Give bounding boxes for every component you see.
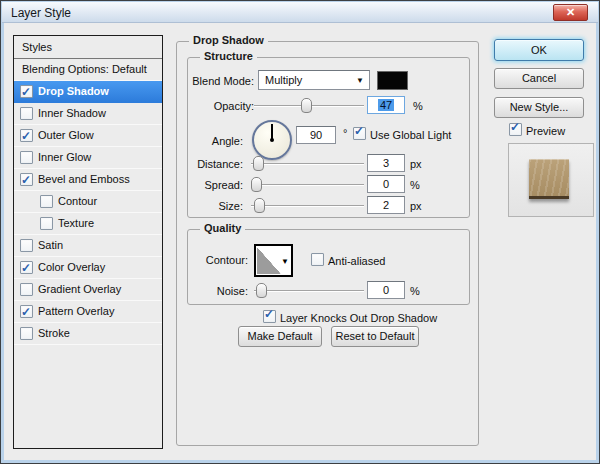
- checkbox[interactable]: ✓: [20, 305, 33, 318]
- checkbox[interactable]: [20, 151, 33, 164]
- anti-aliased-label: Anti-aliased: [328, 255, 385, 267]
- distance-slider[interactable]: [251, 163, 364, 165]
- opacity-slider[interactable]: [254, 105, 364, 107]
- angle-input[interactable]: 90: [296, 126, 336, 144]
- styles-list-header: Styles: [14, 36, 162, 59]
- close-icon[interactable]: ✕: [553, 4, 588, 21]
- sidebar-item-stroke[interactable]: Stroke: [14, 323, 162, 345]
- check-icon: ✓: [510, 120, 520, 134]
- checkbox[interactable]: [20, 107, 33, 120]
- sidebar-item-pattern-overlay[interactable]: ✓ Pattern Overlay: [14, 301, 162, 323]
- checkbox[interactable]: [20, 239, 33, 252]
- sidebar-item-gradient-overlay[interactable]: Gradient Overlay: [14, 279, 162, 301]
- reset-to-default-button[interactable]: Reset to Default: [331, 326, 419, 347]
- distance-input[interactable]: 3: [367, 154, 405, 172]
- dropdown-arrow-icon: ▼: [281, 257, 289, 266]
- blend-mode-select[interactable]: Multiply ▼: [258, 70, 370, 90]
- distance-label: Distance:: [181, 158, 243, 170]
- drop-shadow-group-title: Drop Shadow: [189, 34, 268, 46]
- size-label: Size:: [181, 200, 243, 212]
- preview-panel: [508, 143, 594, 217]
- angle-dial[interactable]: [252, 120, 292, 160]
- checkbox[interactable]: ✓: [20, 85, 33, 98]
- sidebar-item-blending-options[interactable]: Blending Options: Default: [14, 59, 162, 81]
- contour-thumbnail: [257, 247, 281, 274]
- noise-label: Noise:: [186, 285, 248, 297]
- contour-label: Contour:: [186, 254, 248, 266]
- sidebar-item-drop-shadow[interactable]: ✓ Drop Shadow: [14, 81, 162, 103]
- noise-slider[interactable]: [254, 290, 364, 292]
- layer-knocks-out-label: Layer Knocks Out Drop Shadow: [280, 312, 437, 324]
- layer-style-dialog: Layer Style ✕ Styles Blending Options: D…: [0, 0, 600, 464]
- angle-center-dot: [270, 138, 274, 142]
- structure-group-title: Structure: [200, 50, 257, 62]
- use-global-light-label: Use Global Light: [370, 129, 451, 141]
- check-icon: ✓: [21, 170, 31, 191]
- make-default-button[interactable]: Make Default: [238, 326, 322, 347]
- quality-group-title: Quality: [200, 222, 245, 234]
- new-style-button[interactable]: New Style...: [494, 97, 584, 118]
- anti-aliased-checkbox[interactable]: [311, 253, 324, 266]
- window-title: Layer Style: [11, 6, 71, 20]
- noise-slider-thumb[interactable]: [256, 283, 267, 298]
- check-icon: ✓: [21, 258, 31, 279]
- spread-input[interactable]: 0: [367, 175, 405, 193]
- distance-slider-thumb[interactable]: [253, 156, 264, 171]
- spread-label: Spread:: [181, 179, 243, 191]
- contour-picker[interactable]: ▼: [254, 244, 293, 277]
- blend-mode-value: Multiply: [265, 74, 302, 86]
- use-global-light-checkbox[interactable]: ✓: [353, 127, 366, 140]
- check-icon: ✓: [21, 82, 31, 103]
- sidebar-item-bevel-and-emboss[interactable]: ✓ Bevel and Emboss: [14, 169, 162, 191]
- dialog-body: Styles Blending Options: Default ✓ Drop …: [4, 23, 596, 460]
- check-icon: ✓: [21, 126, 31, 147]
- title-bar[interactable]: Layer Style ✕: [2, 2, 598, 23]
- checkbox[interactable]: [40, 217, 53, 230]
- opacity-label: Opacity:: [186, 100, 254, 112]
- check-icon: ✓: [21, 302, 31, 323]
- distance-unit: px: [410, 158, 422, 170]
- size-unit: px: [410, 200, 422, 212]
- checkbox[interactable]: [40, 195, 53, 208]
- opacity-slider-thumb[interactable]: [301, 98, 312, 113]
- checkbox[interactable]: [20, 283, 33, 296]
- sidebar-item-contour[interactable]: Contour: [14, 191, 162, 213]
- sidebar-item-inner-shadow[interactable]: Inner Shadow: [14, 103, 162, 125]
- spread-slider-thumb[interactable]: [251, 177, 262, 192]
- shadow-color-swatch[interactable]: [377, 71, 408, 90]
- noise-unit: %: [410, 285, 420, 297]
- angle-unit: °: [343, 127, 347, 139]
- ok-button[interactable]: OK: [494, 39, 584, 61]
- size-slider-thumb[interactable]: [254, 198, 265, 213]
- sidebar-item-texture[interactable]: Texture: [14, 213, 162, 235]
- layer-knocks-out-checkbox[interactable]: ✓: [263, 310, 276, 323]
- preview-thumbnail: [529, 159, 569, 199]
- spread-unit: %: [410, 179, 420, 191]
- sidebar-item-satin[interactable]: Satin: [14, 235, 162, 257]
- check-icon: ✓: [264, 307, 274, 321]
- sidebar-item-inner-glow[interactable]: Inner Glow: [14, 147, 162, 169]
- check-icon: ✓: [354, 124, 364, 138]
- preview-label: Preview: [526, 125, 565, 137]
- opacity-input[interactable]: 47: [367, 96, 405, 114]
- sidebar-item-outer-glow[interactable]: ✓ Outer Glow: [14, 125, 162, 147]
- sidebar-item-color-overlay[interactable]: ✓ Color Overlay: [14, 257, 162, 279]
- noise-input[interactable]: 0: [367, 281, 405, 299]
- checkbox[interactable]: ✓: [20, 261, 33, 274]
- dropdown-arrow-icon: ▼: [356, 72, 364, 90]
- checkbox[interactable]: ✓: [20, 173, 33, 186]
- checkbox[interactable]: ✓: [20, 129, 33, 142]
- preview-checkbox[interactable]: ✓: [509, 123, 522, 136]
- angle-label: Angle:: [186, 135, 243, 147]
- spread-slider[interactable]: [251, 184, 364, 186]
- opacity-unit: %: [413, 100, 423, 112]
- size-slider[interactable]: [251, 205, 364, 207]
- blend-mode-label: Blend Mode:: [186, 75, 254, 87]
- styles-list: Styles Blending Options: Default ✓ Drop …: [13, 35, 163, 449]
- size-input[interactable]: 2: [367, 196, 405, 214]
- cancel-button[interactable]: Cancel: [494, 68, 584, 89]
- checkbox[interactable]: [20, 327, 33, 340]
